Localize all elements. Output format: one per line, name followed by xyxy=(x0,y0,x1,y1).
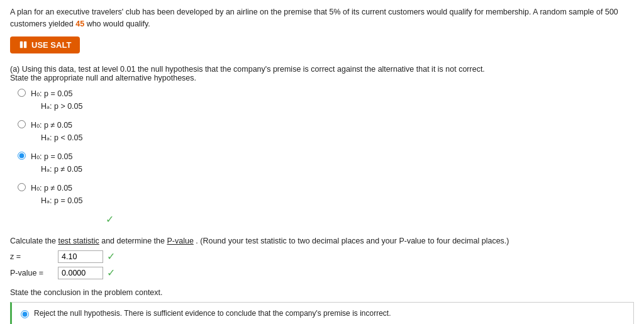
conclusion-label: State the conclusion in the problem cont… xyxy=(10,288,634,297)
svg-rect-0 xyxy=(20,42,23,48)
conclusion-section: State the conclusion in the problem cont… xyxy=(10,288,634,325)
hypothesis-option-2: H₀: p ≠ 0.05 Hₐ: p < 0.05 xyxy=(18,119,634,144)
svg-rect-1 xyxy=(24,42,26,48)
hypothesis-check-mark: ✓ xyxy=(106,213,634,225)
calc-label: Calculate the test statistic and determi… xyxy=(10,237,634,245)
conclusion-radio-1[interactable] xyxy=(21,310,29,318)
hypothesis-radio-4[interactable] xyxy=(18,183,26,191)
hypothesis-option-4: H₀: p ≠ 0.05 Hₐ: p = 0.05 xyxy=(18,182,634,207)
z-input[interactable] xyxy=(58,250,103,263)
hypothesis-radio-2[interactable] xyxy=(18,120,26,128)
hypothesis-label-4: H₀: p ≠ 0.05 Hₐ: p = 0.05 xyxy=(31,182,83,207)
pvalue-input[interactable] xyxy=(58,267,103,279)
use-salt-button[interactable]: USE SALT xyxy=(10,36,80,53)
part-a-label: (a) Using this data, test at level 0.01 … xyxy=(10,65,634,82)
z-row: z = ✓ xyxy=(10,250,634,263)
conclusion-box: Reject the null hypothesis. There is suf… xyxy=(10,302,634,325)
salt-icon xyxy=(19,40,28,49)
z-check: ✓ xyxy=(107,250,115,262)
hypothesis-label-1: H₀: p = 0.05 Hₐ: p > 0.05 xyxy=(31,87,83,113)
calc-section: Calculate the test statistic and determi… xyxy=(10,237,634,279)
hypothesis-radio-1[interactable] xyxy=(18,89,26,97)
hypothesis-label-3: H₀: p = 0.05 Hₐ: p ≠ 0.05 xyxy=(31,150,82,176)
pvalue-row: P-value = ✓ xyxy=(10,267,634,279)
hypothesis-label-2: H₀: p ≠ 0.05 Hₐ: p < 0.05 xyxy=(31,119,83,144)
hypothesis-option-3: H₀: p = 0.05 Hₐ: p ≠ 0.05 xyxy=(18,150,634,176)
pvalue-label: P-value = xyxy=(10,269,54,277)
header-text: A plan for an executive travelers' club … xyxy=(10,6,634,30)
hypothesis-option-1: H₀: p = 0.05 Hₐ: p > 0.05 xyxy=(18,87,634,113)
pvalue-check: ✓ xyxy=(107,267,115,279)
salt-button-label: USE SALT xyxy=(31,40,71,50)
header-suffix: who would qualify. xyxy=(87,20,150,28)
part-a-section: (a) Using this data, test at level 0.01 … xyxy=(10,65,634,225)
z-label: z = xyxy=(10,252,54,261)
conclusion-option-1: Reject the null hypothesis. There is suf… xyxy=(21,309,625,318)
conclusion-label-1: Reject the null hypothesis. There is suf… xyxy=(34,309,391,318)
hypothesis-radio-3[interactable] xyxy=(18,152,26,160)
highlight-number: 45 xyxy=(75,20,84,28)
hypothesis-radio-group: H₀: p = 0.05 Hₐ: p > 0.05 H₀: p ≠ 0.05 H… xyxy=(18,87,634,225)
